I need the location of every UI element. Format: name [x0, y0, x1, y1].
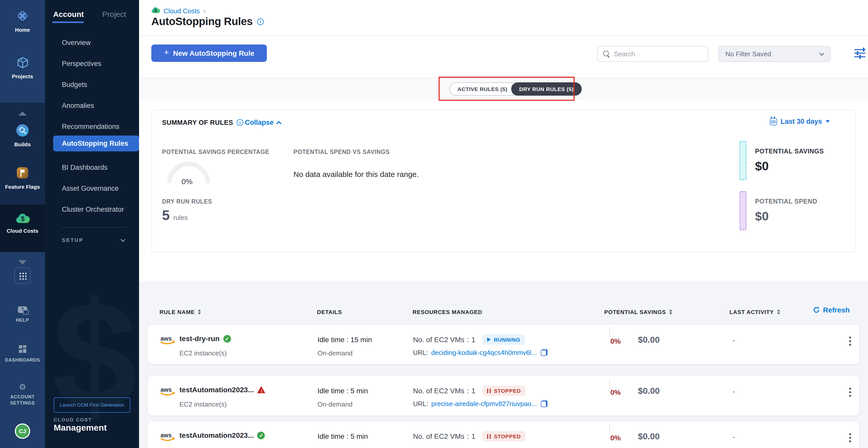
- savings-percent: 0%: [610, 337, 621, 345]
- module-sidebar: Home Projects Builds Feature Flags $: [0, 0, 45, 448]
- nav-item-overview[interactable]: Overview: [62, 39, 91, 47]
- sidebar-item-builds[interactable]: Builds: [0, 124, 45, 147]
- success-check-icon: ✓: [257, 431, 265, 439]
- savings-pct-tick: [609, 424, 610, 434]
- filter-chevron-down-icon: [819, 51, 824, 56]
- summary-title: SUMMARY OF RULES: [162, 119, 233, 126]
- new-autostopping-rule-button[interactable]: + New AutoStopping Rule: [151, 44, 267, 62]
- sidebar-item-account-settings[interactable]: ⚙ ACCOUNT SETTINGS: [0, 383, 45, 406]
- sidebar-item-feature-flags[interactable]: Feature Flags: [0, 166, 45, 190]
- col-potential-savings[interactable]: POTENTIAL SAVINGS: [604, 309, 672, 315]
- sidebar-builds-label: Builds: [0, 141, 45, 147]
- table-row[interactable]: aws testAutomation2023... EC2 instance(s…: [147, 376, 860, 416]
- copy-icon[interactable]: [541, 400, 548, 407]
- nav-item-anomalies[interactable]: Anomalies: [62, 102, 94, 110]
- sidebar-item-home[interactable]: Home: [0, 9, 45, 33]
- nav-item-perspectives[interactable]: Perspectives: [62, 60, 101, 67]
- nav-item-asset-governance[interactable]: Asset Governance: [62, 185, 119, 192]
- aws-logo-icon: aws: [160, 335, 175, 347]
- date-range-caret-icon: [826, 120, 830, 123]
- plus-icon: +: [164, 48, 169, 58]
- col-details: DETAILS: [317, 309, 342, 315]
- summary-info-icon[interactable]: i: [237, 119, 243, 126]
- sidebar-user[interactable]: CJ: [0, 423, 45, 439]
- potential-savings-value: $0: [755, 159, 769, 173]
- sidebar-help-label: HELP: [0, 318, 45, 324]
- sidebar-item-help[interactable]: HELP: [0, 306, 45, 324]
- nav-divider: [61, 227, 126, 228]
- filter-panel-icon[interactable]: [854, 49, 865, 59]
- nav-item-bi-dashboards[interactable]: BI Dashboards: [62, 163, 107, 171]
- svg-text:aws: aws: [160, 335, 172, 342]
- launch-ccm-first-gen-button[interactable]: Launch CCM First Generation: [54, 397, 130, 413]
- pause-icon: [487, 434, 491, 439]
- collapse-link[interactable]: Collapse: [245, 119, 281, 126]
- search-input[interactable]: [614, 50, 704, 58]
- idle-time: Idle time : 5 min: [317, 387, 368, 395]
- success-check-icon: ✓: [223, 335, 231, 342]
- nav-item-budgets[interactable]: Budgets: [62, 81, 87, 88]
- search-icon: [603, 51, 610, 57]
- potential-spend-bar: [740, 191, 746, 230]
- table-row[interactable]: aws test-dry-run ✓ EC2 instance(s) Idle …: [147, 324, 860, 365]
- rule-subtitle: EC2 instance(s): [179, 349, 227, 357]
- svg-text:aws: aws: [160, 386, 172, 393]
- rule-name[interactable]: test-dry-run ✓: [179, 334, 231, 342]
- svg-text:aws: aws: [160, 432, 172, 439]
- savings-pct-label: POTENTIAL SAVINGS PERCENTAGE: [162, 149, 269, 155]
- new-rule-label: New AutoStopping Rule: [173, 49, 254, 57]
- table-row[interactable]: aws testAutomation2023... ✓ Idle time : …: [147, 421, 860, 448]
- breadcrumb: $ Cloud Costs ›: [151, 6, 206, 16]
- row-menu-kebab-icon[interactable]: [849, 433, 851, 435]
- saved-filter-select[interactable]: No Filter Saved: [718, 46, 831, 62]
- sidebar-module-picker[interactable]: [0, 267, 45, 284]
- sidebar-item-dashboards[interactable]: DASHBOARDS: [0, 345, 45, 363]
- refresh-link[interactable]: Refresh: [813, 306, 849, 314]
- sort-icon[interactable]: [777, 310, 780, 315]
- rule-name[interactable]: testAutomation2023... ✓: [179, 431, 265, 439]
- rule-subtitle: EC2 instance(s): [179, 400, 227, 408]
- col-rule-name[interactable]: RULE NAME: [159, 309, 201, 315]
- sidebar-collapse-up[interactable]: [0, 109, 45, 118]
- saved-filter-value: No Filter Saved: [725, 50, 771, 58]
- tab-project[interactable]: Project: [102, 10, 126, 19]
- feature-flags-icon: [16, 166, 29, 182]
- dry-run-rules-count: 5: [162, 208, 170, 223]
- sidebar-cloud-costs-label: Cloud Costs: [0, 228, 45, 234]
- spend-vs-savings-label: POTENTIAL SPEND VS SAVINGS: [293, 149, 390, 155]
- setup-chevron-down-icon[interactable]: [120, 237, 125, 242]
- main-content: $ Cloud Costs › AutoStopping Rules i + N…: [139, 0, 868, 448]
- breadcrumb-cloud-costs-link[interactable]: Cloud Costs: [163, 7, 200, 14]
- status-badge: RUNNING: [483, 334, 525, 345]
- sort-icon[interactable]: [198, 310, 201, 315]
- copy-icon[interactable]: [541, 349, 548, 356]
- sidebar-collapse-down[interactable]: [0, 257, 45, 266]
- col-last-activity[interactable]: LAST ACTIVITY: [730, 309, 780, 315]
- rule-name[interactable]: testAutomation2023...: [179, 386, 266, 394]
- last-activity: -: [733, 432, 735, 441]
- status-badge: STOPPED: [483, 386, 526, 396]
- collapse-chevron-up-icon: [277, 121, 282, 126]
- savings-pct-tick: [609, 327, 610, 337]
- row-menu-kebab-icon[interactable]: [849, 336, 851, 338]
- app-window: Home Projects Builds Feature Flags $: [0, 0, 868, 448]
- rule-url-link[interactable]: precise-airedale-cfpmv827riuvpao...: [431, 400, 537, 408]
- sort-icon[interactable]: [669, 310, 672, 315]
- title-info-icon[interactable]: i: [257, 18, 264, 25]
- savings-percent: 0%: [610, 388, 621, 396]
- nav-setup-label[interactable]: SETUP: [62, 237, 84, 243]
- nav-item-recommendations[interactable]: Recommendations: [62, 123, 119, 130]
- title-row: AutoStopping Rules i: [151, 16, 264, 28]
- nav-item-cluster-orchestrator[interactable]: Cluster Orchestrator: [62, 206, 124, 213]
- date-range-select[interactable]: Last 30 days: [770, 118, 830, 125]
- projects-icon: [16, 56, 29, 71]
- dry-run-rules-label: DRY RUN RULES: [162, 199, 212, 205]
- rule-url-link[interactable]: deciding-kodiak-cg4qcs4h0mmv6l...: [431, 349, 537, 356]
- fulfillment: On-demand: [317, 400, 352, 408]
- tab-account[interactable]: Account: [53, 10, 84, 19]
- sidebar-item-cloud-costs[interactable]: $ Cloud Costs: [0, 213, 45, 234]
- cloud-costs-icon: $: [16, 213, 29, 226]
- row-menu-kebab-icon[interactable]: [849, 388, 851, 390]
- header-divider: [139, 35, 868, 36]
- sidebar-item-projects[interactable]: Projects: [0, 56, 45, 79]
